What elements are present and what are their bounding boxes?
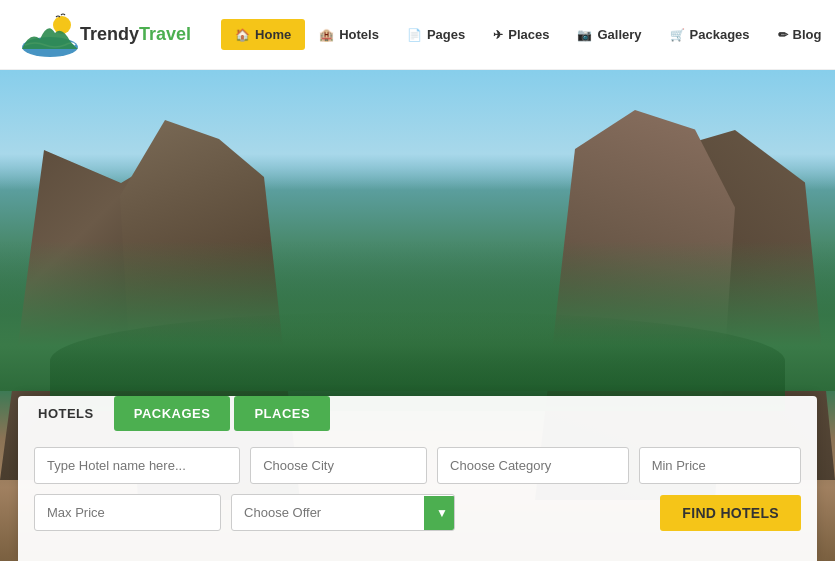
minprice-input[interactable] — [640, 448, 801, 483]
nav-pages[interactable]: 📄 Pages — [393, 19, 479, 50]
main-nav: 🏠 Home 🏨 Hotels 📄 Pages ✈ Places 📷 Galle… — [221, 19, 835, 50]
logo[interactable]: TrendyTravel — [20, 11, 191, 59]
places-icon: ✈ — [493, 28, 503, 42]
hero-section: HOTELS PACKAGES PLACES ▼ — [0, 70, 835, 561]
logo-icon — [20, 11, 80, 59]
search-panel: HOTELS PACKAGES PLACES ▼ — [18, 396, 817, 561]
svg-point-1 — [53, 16, 71, 34]
packages-icon: 🛒 — [670, 28, 685, 42]
minprice-group: ▼ — [639, 447, 801, 484]
hotel-icon: 🏨 — [319, 28, 334, 42]
nav-hotels[interactable]: 🏨 Hotels — [305, 19, 393, 50]
home-icon: 🏠 — [235, 28, 250, 42]
tab-packages[interactable]: PACKAGES — [114, 396, 231, 431]
tab-hotels[interactable]: HOTELS — [18, 396, 114, 431]
maxprice-input[interactable] — [35, 495, 221, 530]
search-tabs: HOTELS PACKAGES PLACES — [18, 396, 817, 431]
search-row-1: ▼ ▼ ▼ — [18, 447, 817, 484]
offer-input[interactable] — [232, 495, 424, 530]
nav-packages[interactable]: 🛒 Packages — [656, 19, 764, 50]
offer-group: ▼ — [231, 494, 455, 531]
offer-dropdown-btn[interactable]: ▼ — [424, 496, 455, 530]
tab-places[interactable]: PLACES — [234, 396, 330, 431]
category-input[interactable] — [438, 448, 629, 483]
hotel-name-input[interactable] — [35, 448, 227, 483]
logo-name: TrendyTravel — [80, 24, 191, 45]
category-group: ▼ — [437, 447, 629, 484]
find-hotels-button[interactable]: FIND HOTELS — [660, 495, 801, 531]
city-group: ▼ — [250, 447, 427, 484]
search-row-2: ▼ ▼ FIND HOTELS — [18, 494, 817, 531]
nav-places[interactable]: ✈ Places — [479, 19, 563, 50]
header: TrendyTravel 🏠 Home 🏨 Hotels 📄 Pages ✈ P… — [0, 0, 835, 70]
city-input[interactable] — [251, 448, 427, 483]
gallery-icon: 📷 — [577, 28, 592, 42]
maxprice-group: ▼ — [34, 494, 221, 531]
nav-home[interactable]: 🏠 Home — [221, 19, 305, 50]
blog-icon: ✏ — [778, 28, 788, 42]
pages-icon: 📄 — [407, 28, 422, 42]
nav-gallery[interactable]: 📷 Gallery — [563, 19, 655, 50]
hotel-name-group — [34, 447, 240, 484]
nav-blog[interactable]: ✏ Blog — [764, 19, 835, 50]
